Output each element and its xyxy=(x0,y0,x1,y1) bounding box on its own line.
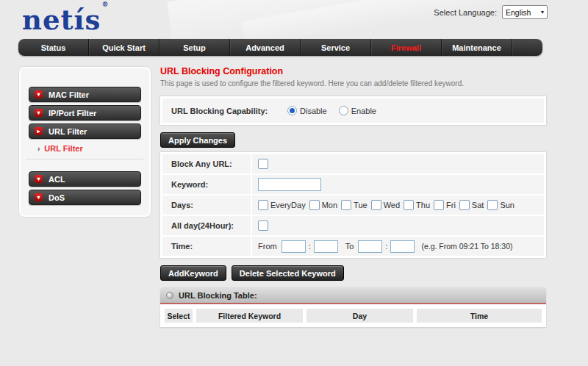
day-label: Fri xyxy=(446,201,456,209)
day-sat[interactable]: Sat xyxy=(459,200,484,210)
chevron-down-icon: ▾ xyxy=(35,90,43,98)
time-to-hour-input[interactable] xyxy=(358,240,382,253)
day-wed[interactable]: Wed xyxy=(371,200,400,210)
day-wed-checkbox[interactable] xyxy=(371,200,381,210)
day-label: Thu xyxy=(416,201,430,209)
day-thu-checkbox[interactable] xyxy=(404,200,414,210)
apply-changes-button[interactable]: Apply Changes xyxy=(160,132,235,148)
day-label: EveryDay xyxy=(270,201,306,209)
all-day-checkbox[interactable] xyxy=(258,220,268,231)
sidebar-item-label: URL Filter xyxy=(49,127,87,136)
chevron-right-icon: › xyxy=(37,145,40,153)
sidebar-item-acl[interactable]: ▾ ACL xyxy=(29,171,141,187)
time-from-minute-input[interactable] xyxy=(314,240,338,253)
netis-logo-text: netís xyxy=(22,4,101,36)
sidebar-item-ip-port-filter[interactable]: ▾ IP/Port Filter xyxy=(29,105,141,121)
keyword-input[interactable] xyxy=(258,178,321,191)
top-nav-bar: Status Quick Start Setup Advanced Servic… xyxy=(18,39,542,56)
day-label: Wed xyxy=(384,201,400,209)
all-day-row: All day(24Hour): xyxy=(162,215,544,235)
nav-item-status[interactable]: Status xyxy=(18,39,89,56)
days-label: Days: xyxy=(162,195,251,215)
day-label: Tue xyxy=(354,201,368,209)
day-tue[interactable]: Tue xyxy=(341,200,368,210)
day-sun-checkbox[interactable] xyxy=(487,200,498,210)
nav-item-quick-start[interactable]: Quick Start xyxy=(89,39,159,56)
page-title: URL Blocking Configuration xyxy=(160,66,546,76)
page-description: This page is used to configure the filte… xyxy=(160,79,546,87)
block-any-url-checkbox[interactable] xyxy=(258,159,268,169)
sidebar-item-url-filter[interactable]: ▸ URL Filter xyxy=(29,123,141,139)
keyword-actions: AddKeyword Delete Selected Keyword xyxy=(160,265,546,281)
all-day-label: All day(24Hour): xyxy=(162,216,251,235)
url-blocking-table-header-bar: URL Blocking Table: xyxy=(160,287,546,304)
day-tue-checkbox[interactable] xyxy=(341,200,351,210)
keyword-row: Keyword: xyxy=(162,173,544,194)
language-label: Select Language: xyxy=(434,8,497,17)
sidebar-item-dos[interactable]: ▾ DoS xyxy=(29,190,141,205)
keyword-label: Keyword: xyxy=(162,175,251,194)
nav-item-setup[interactable]: Setup xyxy=(159,39,230,56)
day-fri[interactable]: Fri xyxy=(434,200,456,210)
nav-item-maintenance[interactable]: Maintenance xyxy=(442,39,512,56)
sidebar: ▾ MAC Filter ▾ IP/Port Filter ▸ URL Filt… xyxy=(18,66,151,218)
language-select[interactable]: English ▾ xyxy=(502,5,548,19)
day-everyday[interactable]: EveryDay xyxy=(258,200,306,210)
language-select-value: English xyxy=(506,8,531,17)
table-header-time: Time xyxy=(417,309,542,323)
time-from-label: From xyxy=(258,242,277,251)
day-mon[interactable]: Mon xyxy=(309,200,337,210)
radio-disable[interactable]: Disable xyxy=(287,106,327,115)
add-keyword-button[interactable]: AddKeyword xyxy=(160,265,226,281)
sidebar-item-label: IP/Port Filter xyxy=(49,109,96,118)
sidebar-item-label: MAC Filter xyxy=(49,90,89,99)
day-everyday-checkbox[interactable] xyxy=(258,200,268,210)
chevron-down-icon: ▾ xyxy=(35,193,43,201)
capability-radio-group: Disable Enable xyxy=(287,106,376,115)
block-any-url-row: Block Any URL: xyxy=(162,154,544,173)
time-label: Time: xyxy=(162,237,251,256)
radio-selected-icon[interactable] xyxy=(287,106,297,115)
nav-item-firewall[interactable]: Firewall xyxy=(371,39,442,56)
day-mon-checkbox[interactable] xyxy=(309,200,320,210)
time-example-hint: (e.g. From 09:21 To 18:30) xyxy=(421,242,512,251)
registered-trademark-icon: ® xyxy=(101,1,109,8)
table-header-day: Day xyxy=(306,309,413,323)
day-sat-checkbox[interactable] xyxy=(459,200,470,210)
day-label: Sun xyxy=(500,201,514,209)
table-header-select: Select xyxy=(165,309,193,323)
time-colon: : xyxy=(385,242,387,251)
url-blocking-capability-box: URL Blocking Capability: Disable Enable xyxy=(160,96,546,125)
language-area: Select Language: English ▾ xyxy=(434,5,548,19)
day-sun[interactable]: Sun xyxy=(487,200,514,210)
time-to-label: To xyxy=(345,242,354,251)
url-blocking-table: Select Filtered Keyword Day Time xyxy=(160,304,546,327)
chevron-right-icon: ▸ xyxy=(35,127,43,135)
day-thu[interactable]: Thu xyxy=(404,200,430,210)
chevron-down-icon: ▾ xyxy=(35,109,43,117)
sidebar-subitem-url-filter[interactable]: › URL Filter xyxy=(37,144,151,153)
day-label: Mon xyxy=(322,201,337,209)
day-label: Sat xyxy=(472,201,484,209)
days-row: Days: EveryDay Mon Tue Wed Thu Fri Sat S… xyxy=(162,194,544,215)
chevron-down-icon: ▾ xyxy=(35,175,43,183)
radio-unselected-icon[interactable] xyxy=(339,106,348,115)
radio-enable-label: Enable xyxy=(351,107,376,115)
radio-enable[interactable]: Enable xyxy=(339,106,376,115)
sidebar-item-label: DoS xyxy=(49,193,65,202)
day-fri-checkbox[interactable] xyxy=(434,200,444,210)
time-row: Time: From : To : (e.g. From 09:21 To 18… xyxy=(162,235,544,256)
sidebar-item-label: ACL xyxy=(49,175,65,184)
keyword-form-box: Block Any URL: Keyword: Days: EveryDay M… xyxy=(160,152,546,258)
capability-label: URL Blocking Capability: xyxy=(162,107,287,115)
time-colon: : xyxy=(309,242,311,251)
time-to-minute-input[interactable] xyxy=(390,240,415,253)
main-content: URL Blocking Configuration This page is … xyxy=(160,66,546,327)
sidebar-item-mac-filter[interactable]: ▾ MAC Filter xyxy=(29,87,141,102)
sidebar-subitem-label: URL Filter xyxy=(44,144,82,153)
nav-item-advanced[interactable]: Advanced xyxy=(230,39,301,56)
nav-item-service[interactable]: Service xyxy=(301,39,371,56)
time-from-hour-input[interactable] xyxy=(282,240,306,253)
delete-selected-keyword-button[interactable]: Delete Selected Keyword xyxy=(232,265,344,281)
block-any-url-label: Block Any URL: xyxy=(162,154,251,173)
